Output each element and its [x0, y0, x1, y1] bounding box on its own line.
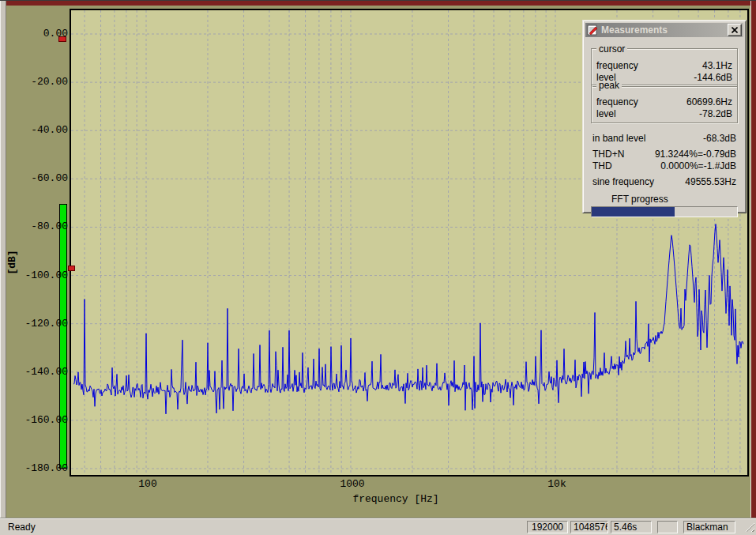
thd-n-row: THD+N 91.3244%=-0.79dB	[591, 149, 738, 160]
peak-frequency-label: frequency	[596, 96, 638, 108]
fft-progress-fill	[592, 207, 675, 217]
measurements-titlebar[interactable]: Measurements	[585, 23, 743, 37]
peak-group-label: peak	[596, 81, 622, 90]
cursor-level-value: -144.6dB	[694, 72, 732, 84]
thd-n-value: 91.3244%=-0.79dB	[655, 149, 736, 160]
y-tick-label: -140.00	[6, 366, 68, 378]
status-samplerate: 192000	[527, 521, 568, 533]
measurements-title: Measurements	[601, 24, 728, 36]
y-tick-label: -180.00	[6, 462, 68, 474]
sine-frequency-row: sine frequency 49555.53Hz	[591, 176, 738, 188]
background-window-strip-right	[751, 1, 756, 518]
peak-frequency-value: 60699.6Hz	[686, 96, 732, 108]
thd-n-label: THD+N	[592, 149, 624, 160]
y-tick-label: -80.00	[6, 220, 68, 232]
status-window-function: Blackman	[683, 521, 735, 533]
in-band-level-value: -68.3dB	[703, 133, 736, 145]
y-tick-label: -60.00	[6, 172, 68, 184]
thd-value: 0.0000%=-1.#JdB	[660, 160, 736, 172]
x-axis-label: frequency [Hz]	[344, 493, 447, 505]
y-tick-label: -40.00	[6, 124, 68, 136]
sine-frequency-label: sine frequency	[592, 176, 654, 188]
peak-level-value: -78.2dB	[699, 108, 732, 120]
status-empty-field	[657, 521, 678, 533]
y-tick-label: -120.00	[6, 318, 68, 330]
cursor-frequency-row: frequency 43.1Hz	[595, 60, 734, 72]
cursor-group-label: cursor	[596, 44, 627, 54]
background-window-strip-top	[6, 1, 756, 6]
cursor-frequency-label: frequency	[596, 60, 638, 72]
level-meter-bar	[59, 204, 67, 469]
measurements-icon	[587, 24, 598, 36]
status-message: Ready	[8, 522, 527, 533]
in-band-level-row: in band level -68.3dB	[591, 133, 738, 145]
measurements-body: cursor frequency 43.1Hz level -144.6dB p…	[591, 41, 738, 209]
y-tick-label: -100.00	[6, 269, 68, 281]
spectrum-trace	[73, 224, 743, 414]
status-fft-size: 1048576	[570, 521, 608, 533]
status-duration: 5.46s	[611, 521, 652, 533]
y-tick-label: -160.00	[6, 414, 68, 426]
fft-progress-label: FFT progress	[611, 194, 738, 205]
close-button[interactable]	[728, 24, 742, 36]
x-tick-label: 10k	[521, 478, 592, 490]
resize-grip[interactable]	[744, 522, 754, 532]
peak-level-row: level -78.2dB	[595, 108, 734, 120]
close-icon	[732, 27, 738, 33]
sine-frequency-value: 49555.53Hz	[685, 176, 736, 188]
peak-level-label: level	[596, 108, 616, 120]
measurement-rows: in band level -68.3dB THD+N 91.3244%=-0.…	[591, 133, 738, 188]
cursor-frequency-value: 43.1Hz	[702, 60, 732, 72]
window-left-border	[0, 1, 6, 518]
thd-label: THD	[592, 160, 612, 172]
fft-progress-bar	[591, 206, 738, 217]
measurements-panel: Measurements cursor frequency 43.1Hz lev…	[582, 20, 747, 213]
x-tick-label: 1000	[317, 478, 388, 490]
y-tick-label: 0.00	[6, 28, 68, 40]
peak-group: peak frequency 60699.6Hz level -78.2dB	[591, 85, 738, 123]
thd-row: THD 0.0000%=-1.#JdB	[591, 160, 738, 172]
status-bar: Ready 192000 1048576 5.46s Blackman	[0, 518, 756, 535]
peak-frequency-row: frequency 60699.6Hz	[595, 96, 734, 108]
y-tick-label: -20.00	[6, 76, 68, 88]
in-band-level-label: in band level	[592, 133, 645, 145]
axis-marker-mid-icon[interactable]	[68, 266, 75, 271]
x-tick-label: 100	[112, 478, 183, 490]
